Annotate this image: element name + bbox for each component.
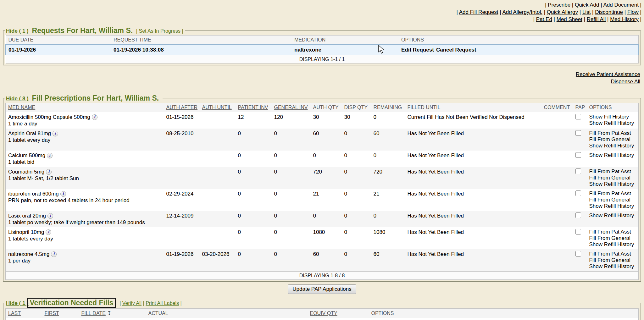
print-all-labels-link[interactable]: Print All Labels — [146, 301, 179, 306]
nav-link-list[interactable]: List — [582, 9, 591, 15]
option-link-fill-from-pat-asst[interactable]: Fill From Pat Asst — [589, 190, 636, 197]
auth-after-cell: 12-14-2009 — [164, 211, 200, 227]
sort-link-due-date[interactable]: DUE DATE — [8, 37, 34, 42]
sort-link-last[interactable]: LAST — [8, 311, 21, 316]
option-link-show-refill-history[interactable]: Show Refill History — [589, 203, 636, 209]
nav-link-flow[interactable]: Flow — [627, 9, 639, 15]
patient-inv-cell: 0 — [236, 211, 272, 227]
option-link-show-fill-history[interactable]: Show Fill History — [589, 114, 636, 120]
option-link-show-refill-history[interactable]: Show Refill History — [589, 263, 636, 270]
med-name-line: Calcium 500mgi — [8, 152, 161, 159]
option-link-fill-from-pat-asst[interactable]: Fill From Pat Asst — [589, 229, 636, 235]
column-header-request-time[interactable]: REQUEST TIME — [111, 36, 292, 45]
request-option-edit-request[interactable]: Edit Request — [401, 47, 434, 53]
column-header-auth-after[interactable]: AUTH AFTER — [164, 103, 200, 112]
set-as-in-progress-link[interactable]: Set As In Progress — [139, 28, 180, 34]
info-icon[interactable]: i — [60, 191, 66, 197]
verification-hide-link[interactable]: Hide ( 1 ) — [6, 300, 29, 306]
nav-link-quick-allergy[interactable]: Quick Allergy — [547, 9, 578, 15]
receive-patient-assistance-link[interactable]: Receive Patient Assistance — [0, 71, 640, 78]
sort-link-patient-inv[interactable]: PATIENT INV — [238, 105, 268, 110]
option-link-fill-from-general[interactable]: Fill From General — [589, 235, 636, 241]
requests-hide-link[interactable]: Hide ( 1 ) — [6, 28, 29, 34]
option-link-fill-from-general[interactable]: Fill From General — [589, 175, 636, 181]
sort-link-fill-date[interactable]: FILL DATE — [81, 311, 106, 316]
info-icon[interactable]: i — [46, 229, 51, 235]
requests-section: Hide ( 1 ) Requests For Hart, William S.… — [3, 26, 641, 65]
info-icon[interactable]: i — [47, 213, 53, 219]
nav-link-refill-all[interactable]: Refill All — [587, 16, 606, 22]
pap-checkbox[interactable] — [575, 114, 581, 119]
nav-link-add-document[interactable]: Add Document — [603, 2, 638, 8]
auth-qty-cell: 30 — [311, 112, 342, 129]
nav-link-med-history[interactable]: Med History — [610, 16, 639, 22]
option-link-fill-from-pat-asst[interactable]: Fill From Pat Asst — [589, 168, 636, 175]
column-header-due-date[interactable]: DUE DATE — [6, 36, 111, 45]
fill-hide-link[interactable]: Hide ( 8 ) — [6, 96, 29, 102]
option-link-show-refill-history[interactable]: Show Refill History — [589, 152, 636, 158]
pap-checkbox[interactable] — [575, 152, 581, 158]
column-header-patient-inv[interactable]: PATIENT INV — [236, 103, 272, 112]
sort-link-auth-until[interactable]: AUTH UNTIL — [202, 105, 232, 110]
column-label-options: OPTIONS — [371, 311, 394, 316]
nav-link-add-allergy-intol[interactable]: Add Allergy/Intol. — [502, 9, 542, 15]
option-link-fill-from-general[interactable]: Fill From General — [589, 197, 636, 203]
first-cell — [42, 318, 79, 320]
option-link-show-refill-history[interactable]: Show Refill History — [589, 143, 636, 149]
dispense-all-link[interactable]: Dispense All — [0, 78, 640, 85]
sort-link-medication[interactable]: MEDICATION — [294, 37, 325, 42]
filled-until-cell: Has Not Yet Been Filled — [405, 249, 541, 272]
nav-link-med-sheet[interactable]: Med Sheet — [557, 16, 582, 22]
nav-link-discontinue[interactable]: Discontinue — [595, 9, 623, 15]
update-pap-applications-button[interactable]: Update PAP Applications — [288, 284, 356, 294]
med-sig-text: 1 tablet every day — [8, 137, 161, 143]
option-link-show-refill-history[interactable]: Show Refill History — [589, 212, 636, 219]
option-link-show-refill-history[interactable]: Show Refill History — [589, 120, 636, 126]
info-icon[interactable]: i — [46, 169, 52, 175]
column-header-auth-until[interactable]: AUTH UNTIL — [200, 103, 236, 112]
nav-link-pat-ed[interactable]: Pat.Ed — [536, 16, 552, 22]
info-icon[interactable]: i — [51, 251, 57, 257]
sort-link-auth-after[interactable]: AUTH AFTER — [166, 105, 198, 110]
disp-qty-cell: 0 — [342, 151, 371, 167]
option-link-fill-from-pat-asst[interactable]: Fill From Pat Asst — [589, 251, 636, 257]
option-link-fill-from-general[interactable]: Fill From General — [589, 257, 636, 263]
info-icon[interactable]: i — [53, 131, 58, 136]
column-header-last[interactable]: LAST — [6, 309, 42, 318]
nav-link-add-fill-request[interactable]: Add Fill Request — [459, 9, 498, 15]
auth-after-cell — [164, 151, 200, 167]
med-name-line: ibuprofen oral 600mgi — [8, 190, 161, 197]
verify-all-link[interactable]: Verify All — [122, 301, 142, 306]
sort-link-general-inv[interactable]: GENERAL INV — [274, 105, 308, 110]
auth-after-cell: 01-19-2026 — [164, 249, 200, 272]
sort-link-first[interactable]: FIRST — [45, 311, 59, 316]
option-link-show-refill-history[interactable]: Show Refill History — [589, 181, 636, 187]
option-link-fill-from-general[interactable]: Fill From General — [589, 136, 636, 143]
pap-checkbox[interactable] — [575, 229, 581, 234]
info-icon[interactable]: i — [47, 153, 53, 158]
sort-link-equiv-qty[interactable]: EQUIV QTY — [310, 311, 337, 316]
pap-checkbox[interactable] — [575, 168, 581, 174]
option-link-show-refill-history[interactable]: Show Refill History — [589, 241, 636, 248]
pap-checkbox[interactable] — [575, 130, 581, 136]
pap-checkbox[interactable] — [575, 190, 581, 196]
sort-link-request-time[interactable]: REQUEST TIME — [114, 37, 151, 42]
nav-link-prescribe[interactable]: Prescribe — [548, 2, 570, 8]
column-header-medication[interactable]: MEDICATION — [292, 36, 399, 45]
general-inv-cell: 0 — [272, 151, 311, 167]
pap-checkbox[interactable] — [575, 251, 581, 257]
column-header-first[interactable]: FIRST — [42, 309, 79, 318]
pap-cell — [573, 112, 587, 129]
request-row[interactable]: 01-19-202601-19-2026 10:38:08naltrexoneE… — [6, 45, 638, 55]
column-header-fill-date[interactable]: FILL DATE↧ — [79, 309, 146, 318]
column-header-med-name[interactable]: MED NAME — [6, 103, 164, 112]
column-header-general-inv[interactable]: GENERAL INV — [272, 103, 311, 112]
info-icon[interactable]: i — [92, 114, 97, 120]
sort-link-med-name[interactable]: MED NAME — [8, 105, 35, 110]
fill-displaying: DISPLAYING 1-8 / 8 — [6, 272, 639, 280]
request-option-cancel-request[interactable]: Cancel Request — [436, 47, 476, 53]
column-header-equiv-qty[interactable]: EQUIV QTY — [308, 309, 369, 318]
nav-link-quick-add[interactable]: Quick Add — [575, 2, 599, 8]
pap-checkbox[interactable] — [575, 212, 581, 218]
option-link-fill-from-pat-asst[interactable]: Fill From Pat Asst — [589, 130, 636, 136]
